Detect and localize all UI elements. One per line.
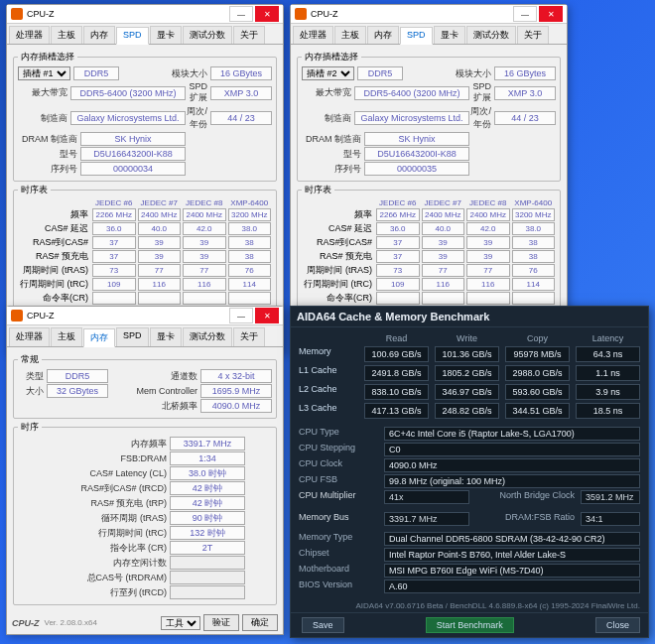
timing-row-label: RAS#到CAS# [302,236,375,249]
timing-cell: 2400 MHz [466,208,510,221]
timing-cell: 39 [422,250,465,263]
timing-cell: 39 [183,236,226,249]
timing-cell: 3200 MHz [228,208,272,221]
close-button[interactable]: ✕ [539,6,563,22]
cpuz-icon [11,310,23,322]
tab-bench[interactable]: 测试分数 [183,26,232,44]
timing-cell: 39 [138,250,182,263]
minimize-button[interactable]: — [513,6,537,22]
window-title: CPU-Z [27,9,229,19]
aida-row-label: L2 Cache [299,384,358,400]
aida-col-header: Latency [576,333,640,343]
aida-info-value: Intel Raptor Point-S B760, Intel Alder L… [384,548,640,562]
mem-rp: 42 时钟 [170,496,245,510]
aida-row-label: Memory [299,346,358,362]
tab-cpu[interactable]: 处理器 [9,26,50,44]
timing-cell: 39 [138,236,182,249]
timing-cell: 77 [422,264,465,277]
cpuz-icon [11,8,23,20]
timing-row-label: CAS# 延迟 [302,222,375,235]
tab-graphics[interactable]: 显卡 [150,26,182,44]
timing-cell: 40.0 [138,222,182,235]
mem-dram: 3391.7 MHz [170,437,245,451]
slot-select[interactable]: 插槽 #1 [18,66,70,80]
aida-cell: 100.69 GB/s [364,346,429,362]
aida-info-value: 6C+4c Intel Core i5 (Raptor Lake-S, LGA1… [384,427,640,441]
timing-cell: 38 [228,236,272,249]
timing-row-label: 行周期时间 (tRC) [302,278,375,291]
timing-col-header: JEDEC #6 [375,198,421,207]
cpuz-icon [295,8,307,20]
timing-cell [228,292,272,305]
timing-row-label: 命令率(CR) [302,292,375,305]
aida-cell: 3.9 ns [576,384,640,400]
timing-cell: 77 [183,264,226,277]
aida-col-header: Read [364,333,429,343]
mem-cr: 2T [170,541,245,555]
timing-cell: 36.0 [376,222,420,235]
minimize-button[interactable]: — [229,308,253,323]
aida-info-value: C0 [384,443,640,456]
timing-cell: 38.0 [512,222,556,235]
save-button[interactable]: Save [302,617,344,633]
aida-info-value: 99.8 MHz (original: 100 MHz) [384,474,640,488]
timing-col-header: XMP-6400 [227,198,273,207]
aida-cell: 1.1 ns [576,365,640,381]
timing-row-label: 行周期时间 (tRC) [18,278,91,291]
timing-cell: 36.0 [92,222,136,235]
mem-row [170,585,245,599]
timing-cell: 40.0 [422,222,465,235]
aida-cell: 95978 MB/s [505,346,570,362]
aida-cell: 2988.0 GB/s [505,365,570,381]
timing-cell: 38 [512,236,556,249]
cpuz-spd-window-1: CPU-Z —✕ 处理器 主板 内存 SPD 显卡 测试分数 关于 内存插槽选择… [6,4,284,353]
timing-cell: 37 [376,236,420,249]
tab-spd[interactable]: SPD [116,27,149,45]
mem-idle [170,556,245,570]
timing-cell [183,292,226,305]
aida-cell: 248.82 GB/s [435,403,499,419]
timing-row-label: RAS# 预充电 [302,250,375,263]
timing-cell: 109 [376,278,420,291]
aida-info-value: MSI MPG B760I Edge WiFi (MS-7D40) [384,564,640,578]
timing-cell: 77 [138,264,182,277]
mem-rdram [170,571,245,584]
minimize-button[interactable]: — [229,6,253,22]
slot-select-group: 内存插槽选择 插槽 #1 DDR5 模块大小 16 GBytes 最大带宽DDR… [13,51,277,182]
timing-col-header: JEDEC #7 [137,198,183,207]
timing-cell: 116 [422,278,465,291]
timing-row-label: 命令率(CR) [18,292,91,305]
timing-col-header: JEDEC #8 [465,198,511,207]
tab-memory[interactable]: 内存 [83,26,115,44]
close-button[interactable]: Close [595,617,640,633]
timing-col-header: JEDEC #8 [182,198,227,207]
start-benchmark-button[interactable]: Start Benchmark [426,617,514,633]
tab-about[interactable]: 关于 [233,26,265,44]
titlebar[interactable]: CPU-Z —✕ [7,5,283,24]
aida-cell: 2491.8 GB/s [364,365,429,381]
slot-select[interactable]: 插槽 #2 [302,66,354,80]
aida-row-label: L3 Cache [299,403,358,419]
close-button[interactable]: ✕ [255,6,279,22]
titlebar[interactable]: CPU-Z —✕ [291,5,567,24]
timing-cell [512,292,556,305]
timing-col-header: XMP-6400 [511,198,557,207]
timing-cell [92,292,136,305]
timing-row-label: 周期时间 (tRAS) [302,264,375,277]
timing-row-label: RAS# 预充电 [18,250,91,263]
mem-type: DDR5 [73,66,119,80]
timing-col-header: JEDEC #7 [421,198,466,207]
cpuz-spd-window-2: CPU-Z —✕ 处理器主板内存SPD显卡测试分数关于 内存插槽选择 插槽 #2… [290,4,568,353]
tab-bar: 处理器 主板 内存 SPD 显卡 测试分数 关于 [7,24,283,45]
tab-mainboard[interactable]: 主板 [51,26,82,44]
timing-cell: 39 [466,236,510,249]
titlebar[interactable]: CPU-Z —✕ [7,307,283,325]
cache-benchmark-grid: ReadWriteCopyLatencyMemory100.69 GB/s101… [299,333,640,419]
aida-title[interactable]: AIDA64 Cache & Memory Benchmark [291,307,648,327]
timing-cell: 109 [92,278,136,291]
timing-cell [138,292,182,305]
close-button[interactable]: ✕ [255,308,279,323]
timing-row-label: 频率 [18,208,91,221]
timing-cell: 37 [92,236,136,249]
timing-cell: 76 [228,264,272,277]
